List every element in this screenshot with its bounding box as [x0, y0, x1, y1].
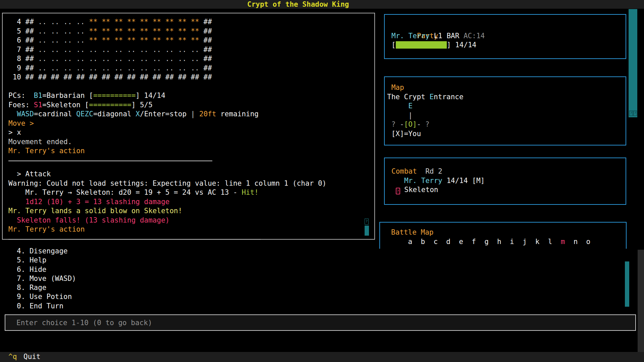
party-panel: Party Mr. Terry L1 BAR AC:14 [] 14/14	[384, 14, 626, 59]
battle-map-title: Battle Map	[391, 228, 626, 237]
text-seg: /Enter=stop	[140, 110, 191, 118]
scrollbar-arrow-icon[interactable]: ?	[633, 111, 637, 116]
text-seg: Mr. Terry lands a solid blow on Skeleton…	[8, 207, 182, 215]
separator-line	[8, 161, 364, 170]
map-row-10: 10 ## ## ## ## ## ## ## ## ## ## ## ## #…	[8, 73, 364, 82]
text-seg: 5	[8, 27, 25, 35]
text-seg: remaining	[216, 110, 259, 118]
battle-map-panel: Battle Map a b c d e f g h i j k l m n o	[379, 222, 627, 249]
movement-ended-line: Movement ended.	[8, 137, 364, 147]
text-seg: ##	[25, 18, 38, 26]
text-seg: ##	[199, 64, 212, 72]
text-seg: Mr. Terry	[404, 177, 446, 185]
battle-log[interactable]: 4 ## .. .. .. .. ** ** ** ** ** ** ** **…	[8, 17, 364, 248]
text-seg: > x	[8, 128, 21, 136]
text-seg: .. .. .. .. .. .. .. .. .. .. .. .. ..	[38, 64, 199, 72]
text-seg: 1d12 (10) + 3 = 13 slashing damage	[8, 198, 169, 206]
spacer	[430, 32, 434, 40]
text-seg: 20ft	[199, 110, 216, 118]
text-seg: S1	[34, 101, 42, 109]
initiative-row-skeleton: ? Skeleton	[391, 185, 626, 195]
text-seg: 8	[8, 55, 25, 63]
window-scrollbar-track[interactable]	[638, 250, 644, 352]
text-seg: > Attack	[8, 170, 51, 178]
text-seg: -	[400, 120, 404, 128]
map-row-8: 8 ## .. .. .. .. .. .. .. .. .. .. .. ..…	[8, 54, 364, 64]
text-seg: ##	[25, 46, 38, 54]
text-seg: WASD	[17, 110, 34, 118]
scrollbar-arrow-icon[interactable]: ?	[365, 219, 369, 225]
text-seg: QEZC	[76, 110, 93, 118]
map-title: Map	[387, 83, 626, 93]
text-seg: m	[561, 238, 565, 246]
quit-shortcut-key[interactable]: ^q	[8, 352, 17, 362]
party-title: Party	[391, 22, 626, 32]
attack-roll-line: Mr. Terry → Skeleton: d20 = 19 + 5 = 24 …	[8, 188, 364, 197]
action-menu: 4. Disengage5. Help6. Hide7. Move (WASD)…	[17, 247, 76, 311]
log-scrollbar-thumb[interactable]	[365, 226, 369, 236]
text-seg: ##	[199, 18, 212, 26]
text-seg: ##	[199, 46, 212, 54]
skeleton-missing-glyph-icon: ?	[396, 188, 400, 194]
hp-value: 14/14	[455, 41, 476, 49]
map-row-7: 7 ## .. .. .. .. .. .. .. .. .. .. .. ..…	[8, 45, 364, 55]
text-seg: .. .. .. .. .. .. .. .. .. .. .. .. ..	[38, 55, 199, 63]
menu-item-6[interactable]: 6. Hide	[17, 265, 76, 274]
sidebar-scrollbar-thumb[interactable]	[629, 9, 637, 117]
text-seg: Move >	[8, 119, 34, 127]
character-name: Mr. Terry	[391, 32, 430, 40]
text-seg: ##	[199, 27, 212, 35]
attack-echo-line: > Attack	[8, 170, 364, 179]
combat-panel: Combat Rd 2 Mr. Terry 14/14 [M] ? Skelet…	[384, 158, 626, 205]
menu-item-4[interactable]: 4. Disengage	[17, 247, 76, 256]
action-header-line: Mr. Terry's action	[8, 146, 364, 156]
text-seg: Mr. Terry's action	[8, 147, 85, 155]
text-seg: Combat	[391, 167, 417, 175]
text-seg: ==========	[89, 101, 131, 109]
text-seg: .. .. .. ..	[38, 18, 89, 26]
map-panel: MapThe Crypt Entrance E | ? -[O]- ? [X]=…	[384, 76, 626, 145]
text-seg: Movement ended.	[8, 138, 72, 146]
menu-item-8[interactable]: 8. Rage	[17, 283, 76, 292]
text-seg: Battle Map	[391, 228, 433, 236]
text-seg: [X]=You	[387, 130, 421, 138]
column-letters: a b c d e f g h i j k l m n o	[391, 237, 626, 247]
menu-item-7[interactable]: 7. Move (WASD)	[17, 274, 76, 283]
path-line: |	[387, 111, 626, 120]
hp-row: [] 14/14	[391, 41, 626, 50]
menu-item-5[interactable]: 5. Help	[17, 256, 76, 265]
choice-input[interactable]	[5, 314, 636, 331]
map-row-9: 9 ## .. .. .. .. .. .. .. .. .. .. .. ..…	[8, 64, 364, 73]
text-seg: 6	[8, 36, 25, 44]
scrollbar-arrow-icon[interactable]: ?	[629, 111, 633, 116]
legend: [X]=You	[387, 129, 626, 139]
text-seg: ** ** ** ** ** ** ** ** **	[89, 18, 199, 26]
text-seg: ##	[25, 55, 38, 63]
text-seg: 4	[8, 18, 25, 26]
text-seg: The Crypt	[387, 93, 429, 101]
menu-item-0[interactable]: 0. End Turn	[17, 302, 76, 311]
terminal-app: Crypt of the Shadow King 4 ## .. .. .. .…	[0, 0, 644, 362]
text-seg: .. .. .. ..	[38, 27, 89, 35]
initiative-row-terry: Mr. Terry 14/14 [M]	[391, 176, 626, 186]
menu-item-9[interactable]: 9. Use Potion	[17, 292, 76, 301]
quit-shortcut-label[interactable]: Quit	[23, 352, 41, 362]
spacer	[451, 41, 455, 49]
text-seg: ##	[199, 36, 212, 44]
text-seg: Skeleton	[400, 186, 438, 194]
hit-narration-line: Mr. Terry lands a solid blow on Skeleton…	[8, 206, 364, 216]
text-seg: =cardinal	[34, 110, 76, 118]
app-title: Crypt of the Shadow King	[247, 0, 349, 9]
text-seg: ?	[421, 120, 429, 128]
map-row-5: 5 ## .. .. .. .. ** ** ** ** ** ** ** **…	[8, 27, 364, 36]
text-seg: E	[387, 102, 413, 110]
command-echo-line: > x	[8, 128, 364, 137]
blank-line	[8, 82, 364, 92]
text-seg: ntrance	[434, 93, 464, 101]
text-seg: ] 14/14	[136, 92, 165, 100]
location-name: The Crypt Entrance	[387, 93, 626, 102]
text-seg: ##	[25, 36, 38, 44]
bottom-scrollbar-thumb[interactable]	[625, 261, 629, 307]
text-seg	[391, 177, 404, 185]
text-seg: =Skeleton [	[42, 101, 89, 109]
